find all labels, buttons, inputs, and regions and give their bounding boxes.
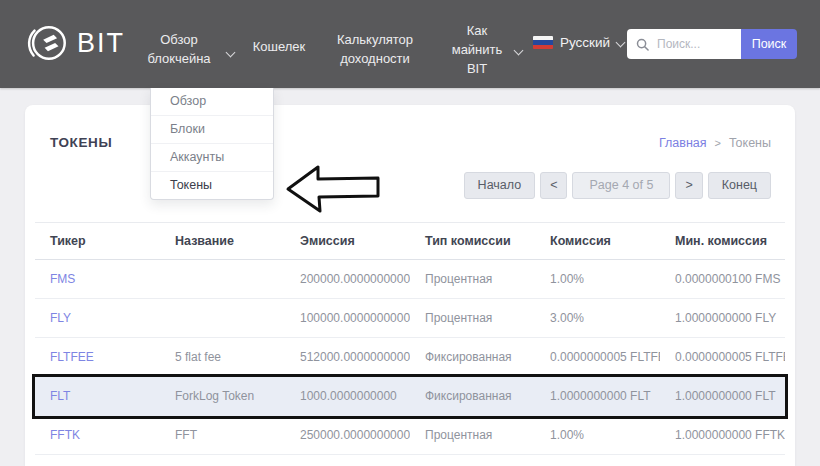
logo-text: BIT — [77, 30, 125, 57]
top-navigation-bar: BIT Обзор блокчейна Кошелек Калькулятор … — [0, 0, 820, 88]
dropdown-item-tokens[interactable]: Токены — [151, 172, 273, 199]
pagination-first-button[interactable]: Начало — [464, 172, 536, 199]
token-ticker-link[interactable]: FMS — [35, 272, 160, 286]
cell-fee: 1.00% — [535, 272, 660, 286]
table-row[interactable]: FLY100000.0000000000Процентная3.00%1.000… — [35, 299, 785, 338]
search-icon — [636, 38, 649, 51]
cell-emission: 200000.0000000000 — [285, 272, 410, 286]
cell-min-fee: 0.0000000100 FMS — [660, 272, 785, 286]
cell-fee: 3.00% — [535, 311, 660, 325]
cell-name: 5 flat fee — [160, 350, 285, 364]
cell-name: FFT — [160, 428, 285, 442]
pagination: Начало < Page 4 of 5 > Конец — [464, 172, 771, 199]
app-window: BIT Обзор блокчейна Кошелек Калькулятор … — [0, 0, 820, 466]
nav-profit-calculator[interactable]: Калькулятор доходности — [322, 31, 428, 69]
language-selector[interactable]: Русский — [533, 35, 624, 50]
cell-name: ForkLog Token — [160, 389, 285, 403]
token-ticker-link[interactable]: FLT — [35, 389, 160, 403]
cell-fee: 1.00% — [535, 428, 660, 442]
search-bar: Поиск — [627, 29, 797, 59]
pagination-prev-button[interactable]: < — [540, 172, 567, 199]
chevron-down-icon — [616, 38, 626, 48]
table-row[interactable]: FFTKFFT250000.0000000000Процентная1.00%1… — [35, 416, 785, 455]
column-header-emission: Эмиссия — [285, 234, 410, 248]
cell-emission: 1000.0000000000 — [285, 389, 410, 403]
cell-min-fee: 1.0000000000 FLY — [660, 311, 785, 325]
cell-fee: 1.0000000000 FLT — [535, 389, 660, 403]
chevron-down-icon — [226, 48, 236, 58]
tokens-card: ТОКЕНЫ Главная > Токены Начало < Page 4 … — [25, 105, 795, 466]
table-header-row: Тикер Название Эмиссия Тип комиссии Коми… — [35, 222, 785, 260]
token-table-body: FMS200000.0000000000Процентная1.00%0.000… — [35, 260, 785, 466]
search-button[interactable]: Поиск — [741, 29, 797, 59]
cell-fee-type: Процентная — [410, 272, 535, 286]
cell-emission: 512000.0000000000 — [285, 350, 410, 364]
language-label: Русский — [560, 35, 610, 50]
page-title: ТОКЕНЫ — [50, 135, 112, 150]
chevron-down-icon — [514, 46, 524, 56]
token-ticker-link[interactable]: FFTK — [35, 428, 160, 442]
tokens-table: Тикер Название Эмиссия Тип комиссии Коми… — [35, 222, 785, 466]
breadcrumb-separator: > — [715, 137, 721, 149]
column-header-min-fee: Мин. комиссия — [660, 234, 785, 248]
column-header-ticker: Тикер — [35, 234, 160, 248]
cell-fee-type: Процентная — [410, 428, 535, 442]
cell-min-fee: 0.0000000005 FLTFEE — [660, 350, 785, 364]
pagination-status: Page 4 of 5 — [572, 172, 670, 199]
table-row[interactable]: FLTFEE5 flat fee512000.0000000000Фиксиро… — [35, 338, 785, 377]
table-row[interactable]: FMS200000.0000000000Процентная1.00%0.000… — [35, 260, 785, 299]
token-ticker-link[interactable]: FLY — [35, 311, 160, 325]
cell-min-fee: 1.0000000000 FFTK — [660, 428, 785, 442]
pagination-last-button[interactable]: Конец — [708, 172, 771, 199]
russia-flag-icon — [533, 36, 553, 49]
nav-how-to-mine[interactable]: Как майнить BIT — [446, 22, 508, 79]
breadcrumb: Главная > Токены — [659, 136, 771, 150]
dropdown-item-overview[interactable]: Обзор — [151, 88, 273, 116]
logo[interactable]: BIT — [24, 20, 125, 66]
left-arrow-annotation — [280, 160, 384, 216]
column-header-fee-type: Тип комиссии — [410, 234, 535, 248]
nav-blockchain-overview[interactable]: Обзор блокчейна — [140, 31, 218, 69]
dropdown-item-blocks[interactable]: Блоки — [151, 116, 273, 144]
bit-logo-icon — [24, 20, 70, 66]
cell-min-fee: 1.0000000000 FLT — [660, 389, 785, 403]
cell-fee-type: Фиксированная — [410, 350, 535, 364]
cell-fee-type: Фиксированная — [410, 389, 535, 403]
blockchain-overview-dropdown: Обзор Блоки Аккаунты Токены — [150, 88, 274, 200]
dropdown-item-accounts[interactable]: Аккаунты — [151, 144, 273, 172]
token-ticker-link[interactable]: FLTFEE — [35, 350, 160, 364]
table-row-highlighted[interactable]: FLTForkLog Token1000.0000000000Фиксирова… — [35, 377, 785, 416]
nav-wallet[interactable]: Кошелек — [240, 38, 318, 57]
breadcrumb-current: Токены — [729, 136, 771, 150]
search-input-wrap — [627, 29, 741, 59]
column-header-name: Название — [160, 234, 285, 248]
cell-fee: 0.0000000005 FLTFEE — [535, 350, 660, 364]
cell-fee-type: Процентная — [410, 311, 535, 325]
breadcrumb-home-link[interactable]: Главная — [659, 136, 707, 150]
cell-emission: 100000.0000000000 — [285, 311, 410, 325]
pagination-next-button[interactable]: > — [675, 172, 702, 199]
table-row[interactable]: FFFBIGbig fee1.0000000000Фиксированная0.… — [35, 455, 785, 466]
column-header-fee: Комиссия — [535, 234, 660, 248]
search-input[interactable] — [655, 36, 737, 52]
cell-emission: 250000.0000000000 — [285, 428, 410, 442]
